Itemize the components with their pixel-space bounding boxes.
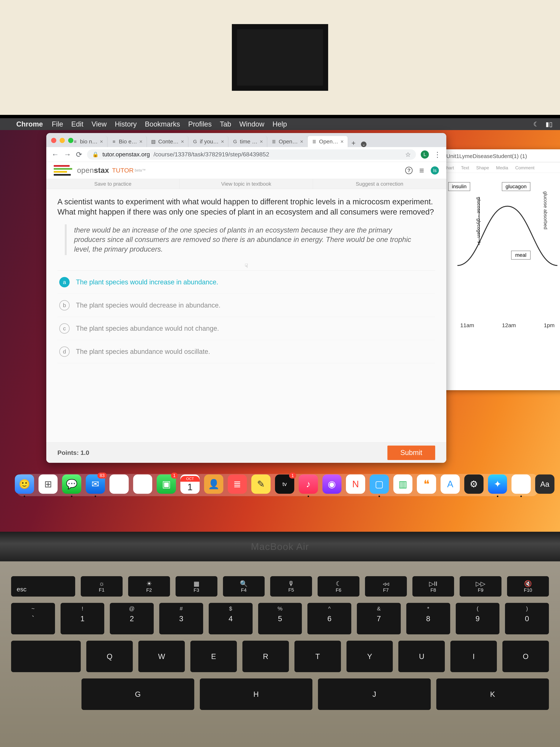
- browser-tab[interactable]: ≣Open…×: [267, 136, 308, 147]
- url-box[interactable]: 🔒 tutor.openstax.org /course/13378/task/…: [87, 149, 416, 160]
- news-icon[interactable]: N: [346, 474, 365, 494]
- menubar-item[interactable]: Help: [272, 120, 287, 128]
- pages-icon[interactable]: ❝: [417, 474, 436, 494]
- keyboard-key[interactable]: ▷IIF8: [412, 576, 454, 597]
- otherwin-tool[interactable]: Shape: [476, 165, 489, 171]
- keyboard-key[interactable]: Y: [346, 641, 393, 672]
- keyboard-key[interactable]: G: [81, 678, 194, 710]
- keyboard-key[interactable]: R: [242, 641, 289, 672]
- settings-icon[interactable]: ⚙: [464, 474, 483, 494]
- answer-option[interactable]: cThe plant species abundance would not c…: [57, 317, 435, 340]
- calendar-icon[interactable]: OCT 1: [180, 474, 199, 494]
- numbers-icon[interactable]: ▥: [393, 474, 412, 494]
- keyboard-key[interactable]: ☼F1: [81, 576, 123, 597]
- otherwin-tool[interactable]: Comment: [515, 165, 534, 171]
- otherwin-tool[interactable]: Text: [461, 165, 469, 171]
- keyboard-key[interactable]: ▷▷F9: [460, 576, 502, 597]
- keynote-icon[interactable]: ▢: [370, 474, 389, 494]
- notes-icon[interactable]: ✎: [251, 474, 271, 494]
- otherwin-tool[interactable]: Media: [496, 165, 508, 171]
- keyboard-key[interactable]: E: [190, 641, 237, 672]
- menubar-item[interactable]: Edit: [71, 120, 83, 128]
- menubar-item[interactable]: Profiles: [188, 120, 212, 128]
- keyboard-key[interactable]: &7: [357, 603, 401, 634]
- subtab[interactable]: Suggest a correction: [313, 179, 446, 189]
- keyboard-key[interactable]: J: [318, 678, 431, 710]
- keyboard-key[interactable]: ☾F6: [318, 576, 359, 597]
- reload-button[interactable]: ⟳: [76, 150, 82, 159]
- keyboard-key[interactable]: [11, 641, 81, 672]
- keyboard-key[interactable]: Q: [86, 641, 133, 672]
- browser-tab[interactable]: Gif you…×: [188, 136, 228, 147]
- subtab[interactable]: View topic in textbook: [180, 179, 313, 189]
- new-tab-button[interactable]: +: [348, 139, 359, 147]
- tv-icon[interactable]: tv1: [275, 474, 294, 494]
- tab-overflow-button[interactable]: ⌄: [359, 141, 368, 147]
- tab-close-icon[interactable]: ×: [139, 138, 142, 145]
- music-icon[interactable]: ♪: [299, 474, 318, 494]
- messages-icon[interactable]: 💬: [62, 474, 81, 494]
- keyboard-key[interactable]: H: [200, 678, 313, 710]
- kebab-menu-icon[interactable]: ⋮: [434, 150, 441, 159]
- chrome-icon[interactable]: ◉: [511, 474, 531, 494]
- menubar-item[interactable]: Tab: [220, 120, 231, 128]
- tab-close-icon[interactable]: ×: [221, 138, 224, 145]
- keyboard-key[interactable]: %5: [258, 603, 302, 634]
- keyboard-key[interactable]: (9: [456, 603, 500, 634]
- answer-option[interactable]: dThe plant species abundance would oscil…: [57, 340, 435, 363]
- browser-tab[interactable]: Gtime …×: [228, 136, 267, 147]
- maximize-icon[interactable]: [68, 138, 73, 143]
- keyboard-key[interactable]: ~`: [11, 603, 55, 634]
- menubar-app-name[interactable]: Chrome: [16, 120, 43, 128]
- back-button[interactable]: ←: [52, 150, 59, 159]
- window-traffic-lights[interactable]: [51, 138, 73, 143]
- keyboard-key[interactable]: U: [398, 641, 445, 672]
- keyboard-key[interactable]: O: [502, 641, 549, 672]
- background-document-window[interactable]: Unit1LymeDiseaseStudent(1) (1) hartTextS…: [441, 149, 560, 390]
- keyboard-key[interactable]: !1: [60, 603, 104, 634]
- launchpad-icon[interactable]: ⊞: [38, 474, 58, 494]
- keyboard-key[interactable]: 🔇F10: [507, 576, 549, 597]
- menubar-item[interactable]: Window: [239, 120, 264, 128]
- help-icon[interactable]: ?: [405, 167, 412, 174]
- keyboard-key[interactable]: ☀F2: [128, 576, 170, 597]
- answer-option[interactable]: aThe plant species would increase in abu…: [57, 271, 435, 294]
- keyboard-key[interactable]: $4: [209, 603, 252, 634]
- keyboard-key[interactable]: ▦F3: [176, 576, 217, 597]
- reminders-icon[interactable]: ≣: [228, 474, 247, 494]
- tab-close-icon[interactable]: ×: [300, 138, 303, 145]
- keyboard-key[interactable]: K: [436, 678, 549, 710]
- forward-button[interactable]: →: [64, 150, 71, 159]
- menubar-item[interactable]: Bookmarks: [145, 120, 180, 128]
- browser-tab[interactable]: ▧Conte…×: [147, 136, 188, 147]
- tab-close-icon[interactable]: ×: [100, 138, 103, 145]
- keyboard-key[interactable]: T: [294, 641, 341, 672]
- photos-icon[interactable]: ✿: [133, 474, 153, 494]
- close-icon[interactable]: [51, 138, 56, 143]
- menubar-item[interactable]: History: [115, 120, 137, 128]
- control-center-icon[interactable]: ⊕: [109, 474, 129, 494]
- keyboard-key[interactable]: ◃◃F7: [365, 576, 407, 597]
- tab-close-icon[interactable]: ×: [260, 138, 263, 145]
- answer-option[interactable]: bThe plant species would decrease in abu…: [57, 294, 435, 317]
- hamburger-menu-icon[interactable]: ≡: [419, 166, 424, 175]
- keyboard-key[interactable]: esc: [11, 576, 75, 597]
- tab-close-icon[interactable]: ×: [181, 138, 184, 145]
- minimize-icon[interactable]: [60, 138, 65, 143]
- submit-button[interactable]: Submit: [388, 445, 435, 460]
- bookmark-star-icon[interactable]: ☆: [405, 151, 411, 158]
- keyboard-key[interactable]: 🔍F4: [223, 576, 265, 597]
- facetime-icon[interactable]: ▣1: [157, 474, 176, 494]
- keyboard-key[interactable]: ^6: [308, 603, 351, 634]
- user-avatar[interactable]: Is: [431, 166, 439, 175]
- podcasts-icon[interactable]: ◉: [322, 474, 342, 494]
- keyboard-key[interactable]: I: [450, 641, 497, 672]
- menubar-item[interactable]: File: [52, 120, 63, 128]
- keyboard-key[interactable]: *8: [406, 603, 450, 634]
- keyboard-key[interactable]: 🎙F5: [270, 576, 312, 597]
- keyboard-key[interactable]: @2: [110, 603, 154, 634]
- browser-tab[interactable]: ≣Open…×: [308, 136, 348, 147]
- subtab[interactable]: Save to practice: [46, 179, 180, 189]
- menubar-item[interactable]: View: [91, 120, 107, 128]
- browser-tab[interactable]: ≡Bio e…×: [107, 136, 147, 147]
